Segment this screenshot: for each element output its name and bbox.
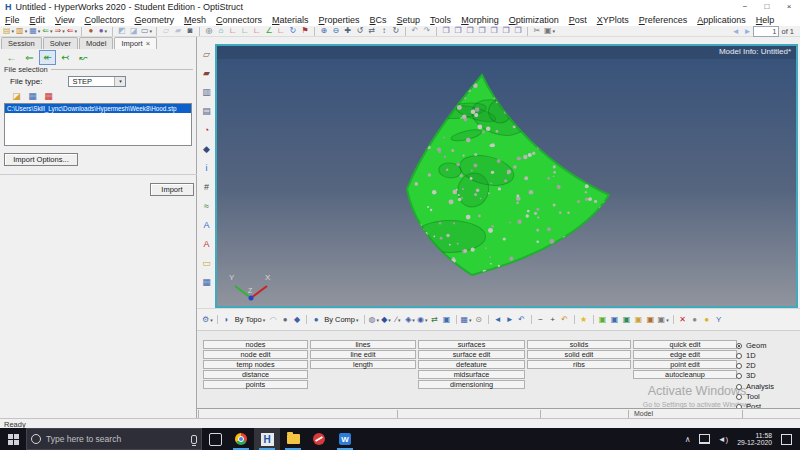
import-button[interactable]: Import [150, 183, 194, 196]
visualization-cube-icon[interactable]: ▦▾ [461, 315, 472, 325]
import-options-button[interactable]: Import Options... [4, 153, 78, 166]
red-app-icon[interactable] [306, 428, 332, 450]
numbers-icon[interactable]: # [200, 180, 213, 193]
menu-preferences[interactable]: Preferences [634, 15, 693, 25]
chevron-down-icon[interactable]: ▾ [62, 26, 65, 36]
radio-geom[interactable]: Geom [736, 341, 766, 350]
panel-button-length[interactable]: length [310, 360, 416, 369]
zoom-model-icon[interactable]: ◎ [204, 26, 214, 36]
copy-icon[interactable]: ▣▾ [544, 26, 555, 36]
shrink-elements-icon[interactable]: ◈▾ [405, 315, 415, 325]
label-blue-icon[interactable]: A [200, 218, 213, 231]
user-profile-icon[interactable]: ● [86, 26, 96, 36]
performance-graphics-icon[interactable]: ▣ [442, 315, 452, 325]
microphone-icon[interactable] [191, 435, 197, 444]
menu-xyplots[interactable]: XYPlots [592, 15, 634, 25]
import-part-icon[interactable]: ▣ [646, 315, 656, 325]
panel-button-defeature[interactable]: defeature [418, 360, 525, 369]
menu-morphing[interactable]: Morphing [456, 15, 504, 25]
radio-dot-icon[interactable] [736, 394, 742, 400]
standard-views-icon[interactable]: ▱ [200, 47, 213, 60]
home-view-icon[interactable]: ⌂ [216, 26, 226, 36]
dynamic-rotate-icon[interactable]: ↺ [355, 26, 365, 36]
rotate-view-icon[interactable]: ↻ [288, 26, 298, 36]
panel-button-lines[interactable]: lines [310, 340, 416, 349]
delete-icon[interactable]: ✕ [678, 315, 688, 325]
redo-icon[interactable]: ↷ [422, 26, 432, 36]
panel-button-edge-edit[interactable]: edge edit [633, 350, 737, 359]
menu-post[interactable]: Post [564, 15, 592, 25]
taskbar-clock[interactable]: 11:58 29-12-2020 [737, 432, 772, 447]
network-icon[interactable] [699, 434, 710, 444]
plot-curve-icon[interactable]: ≈ [200, 199, 213, 212]
previous-view-icon[interactable]: ◄ [493, 315, 503, 325]
display-none-icon[interactable]: ▱ [161, 26, 171, 36]
menu-connectors[interactable]: Connectors [211, 15, 267, 25]
panel-button-midsurface[interactable]: midsurface [418, 370, 525, 379]
chevron-down-icon[interactable]: ▾ [388, 315, 391, 325]
import-file-icon[interactable]: ⇐▾ [42, 26, 52, 36]
radio-dot-icon[interactable] [736, 373, 742, 379]
window-layout-2-icon[interactable]: ❐ [453, 26, 463, 36]
close-button[interactable]: × [778, 2, 800, 11]
panel-button-quick-edit[interactable]: quick edit [633, 340, 737, 349]
saved-views-icon[interactable]: ▰ [200, 66, 213, 79]
feature-lines-icon[interactable]: ∕▾ [393, 315, 403, 325]
panel-button-surface-edit[interactable]: surface edit [418, 350, 525, 359]
menu-properties[interactable]: Properties [314, 15, 365, 25]
chevron-down-icon[interactable]: ▾ [356, 317, 359, 323]
view-layout-icon[interactable]: ▤ [200, 104, 213, 117]
sphere-yellow-icon[interactable]: ● [702, 315, 712, 325]
panel-button-point-edit[interactable]: point edit [633, 360, 737, 369]
panel-button-distance[interactable]: distance [203, 370, 308, 379]
view-rotate-icon[interactable]: ∟ [276, 26, 286, 36]
select-displayed-icon[interactable]: ◪ [129, 26, 139, 36]
file-list-item[interactable]: C:\Users\Skill_Lync\Downloads\Hypermesh\… [5, 104, 191, 113]
chevron-down-icon[interactable]: ▾ [105, 26, 108, 36]
tab-import[interactable]: Import× [114, 37, 157, 49]
window-layout-4-icon[interactable]: ❐ [477, 26, 487, 36]
radio-3d[interactable]: 3D [736, 371, 756, 380]
shaded-solid-icon[interactable]: ◆ [292, 315, 302, 325]
chevron-down-icon[interactable]: ▾ [425, 315, 428, 325]
menu-file[interactable]: File [0, 15, 25, 25]
organize-icon[interactable]: ▣ [634, 315, 644, 325]
minimize-button[interactable]: − [734, 2, 756, 11]
window-layout-7-icon[interactable]: ❐ [513, 26, 523, 36]
menu-mesh[interactable]: Mesh [179, 15, 211, 25]
menu-applications[interactable]: Applications [692, 15, 751, 25]
snapshot-icon[interactable]: ▦ [200, 275, 213, 288]
user-utility-icon[interactable]: Y [714, 315, 724, 325]
radio-dot-icon[interactable] [736, 343, 742, 349]
restore-view-icon[interactable]: ↶ [517, 315, 527, 325]
panel-button-dimensioning[interactable]: dimensioning [418, 380, 525, 389]
file-list[interactable]: C:\Users\Skill_Lync\Downloads\Hypermesh\… [4, 103, 192, 146]
revert-icon[interactable]: ↶ [560, 315, 570, 325]
shaded-geometry-icon[interactable]: ● [280, 315, 290, 325]
tray-chevron-icon[interactable]: ∧ [685, 435, 691, 444]
chevron-down-icon[interactable]: ▾ [469, 315, 472, 325]
zoom-out-icon[interactable]: ⊖ [331, 26, 341, 36]
import-solver-deck-icon[interactable]: ⇐ [21, 50, 38, 65]
radio-1d[interactable]: 1D [736, 351, 756, 360]
menu-view[interactable]: View [50, 15, 79, 25]
chevron-down-icon[interactable]: ▾ [377, 315, 380, 325]
prev-page-icon[interactable]: ◄ [732, 27, 740, 36]
pan-icon[interactable]: ✚ [343, 26, 353, 36]
import-geometry-icon[interactable]: ↞ [39, 50, 56, 65]
element-handles-icon[interactable]: ◉▾ [417, 315, 428, 325]
remove-file-icon[interactable]: ▦ [42, 90, 55, 101]
file-table-icon[interactable]: ▦ [26, 90, 39, 101]
panel-button-nodes[interactable]: nodes [203, 340, 308, 349]
menu-bcs[interactable]: BCs [365, 15, 392, 25]
panel-button-points[interactable]: points [203, 380, 308, 389]
hyperworks-taskbar-icon[interactable]: H [254, 428, 280, 450]
menu-setup[interactable]: Setup [392, 15, 426, 25]
user-profiles-icon[interactable]: ●▾ [98, 26, 108, 36]
display-reverse-icon[interactable]: ◙ [185, 26, 195, 36]
menu-collectors[interactable]: Collectors [79, 15, 129, 25]
chevron-down-icon[interactable]: ▾ [25, 26, 28, 36]
window-layout-1-icon[interactable]: ❐ [441, 26, 451, 36]
by-comp-dropdown[interactable]: By Comp▾ [324, 315, 358, 324]
panel-button-surfaces[interactable]: surfaces [418, 340, 525, 349]
